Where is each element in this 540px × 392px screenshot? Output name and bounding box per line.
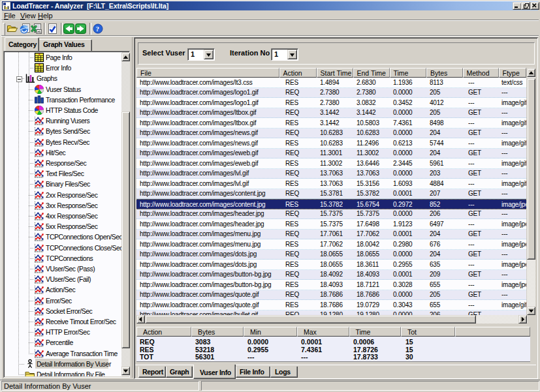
svg-text:?: ? — [96, 25, 100, 33]
